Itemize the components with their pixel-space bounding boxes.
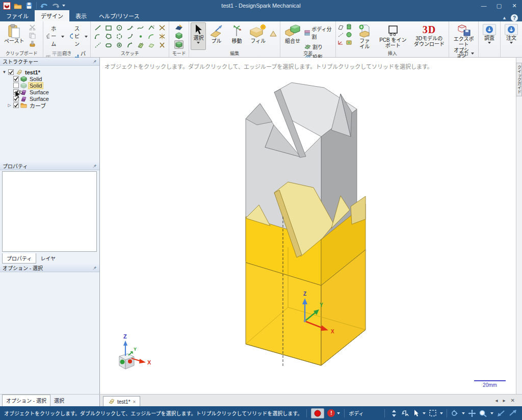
tab-design[interactable]: デザイン (35, 10, 69, 21)
quick-guide-tab[interactable]: クイックガイド (516, 63, 522, 96)
sketch-offset-arc-icon[interactable] (124, 41, 135, 49)
model-3d-view[interactable]: Z Y X Z X (100, 58, 516, 394)
tab-scroll-left-icon[interactable]: ◂ (495, 398, 498, 403)
tab-scroll-right-icon[interactable]: ▸ (503, 398, 506, 403)
document-tab[interactable]: test1* × (103, 396, 140, 407)
sketch-polygon-icon[interactable] (103, 32, 114, 41)
sketch-point-icon[interactable] (135, 32, 146, 41)
sketch-spline-icon[interactable] (135, 23, 146, 32)
download-3d-model-button[interactable]: 3D 3Dモデルのダウンロード (411, 22, 448, 48)
insert-line-icon[interactable] (337, 32, 344, 38)
collapse-ribbon-icon[interactable]: ▲ (502, 15, 507, 20)
sketch-polyline-icon[interactable] (146, 23, 156, 32)
insert-plane-icon[interactable] (337, 24, 344, 30)
tree-checkbox[interactable] (8, 69, 14, 75)
pin-icon[interactable]: 📌︎ (92, 59, 97, 64)
tree-collapse-icon[interactable]: ▼ (2, 70, 7, 74)
box-select-icon[interactable] (429, 410, 436, 416)
sketch-line-icon[interactable] (92, 23, 103, 32)
spin-stepper-icon[interactable] (392, 409, 397, 417)
save-icon[interactable] (25, 2, 33, 10)
zoom-in-arrow-icon[interactable] (509, 410, 517, 416)
tree-item-curves[interactable]: ▷ カーブ (2, 102, 99, 109)
pin-icon[interactable]: 📌︎ (92, 164, 97, 169)
paste-button[interactable]: ペースト (2, 22, 27, 45)
sketch-trim-icon[interactable] (156, 23, 167, 32)
error-indicator-icon[interactable]: ! (327, 409, 335, 417)
tree-item-root[interactable]: ▼ test1* (2, 69, 99, 75)
combine-button[interactable]: 組合せ (282, 22, 303, 45)
sketch-plane-icon[interactable] (135, 41, 146, 49)
cut-icon[interactable] (29, 24, 36, 31)
home-view-button[interactable]: ホーム (45, 24, 65, 48)
insert-sphere-icon[interactable] (346, 32, 352, 38)
tree-expand-icon[interactable]: ▷ (7, 103, 12, 108)
tab-properties[interactable]: プロパティ (2, 253, 36, 264)
solid-mode-button[interactable] (174, 40, 184, 49)
tab-close-all-icon[interactable]: ✕ (511, 398, 515, 403)
tree-checkbox[interactable] (13, 83, 19, 88)
zoom-view-icon[interactable] (479, 410, 487, 417)
sketch-sweep-arc-icon[interactable] (124, 32, 135, 41)
sketch-move-plane-icon[interactable] (146, 41, 156, 49)
app-logo-icon[interactable] (3, 2, 11, 10)
sketch-circle-icon[interactable] (114, 23, 124, 32)
order-button[interactable]: 注文 (502, 22, 520, 51)
copy-icon[interactable] (29, 33, 36, 39)
viewport[interactable]: オブジェクトをクリックします。ダブルクリックして、エッジループを選択します。トリ… (100, 58, 522, 394)
redo-icon[interactable] (51, 2, 59, 10)
document-close-icon[interactable]: × (133, 399, 136, 405)
sketch-rectangle-icon[interactable] (103, 23, 114, 32)
sketch-trim-away-icon[interactable] (156, 32, 167, 41)
tree-item-solid2[interactable]: Solid (2, 82, 99, 89)
sketch-slot-icon[interactable] (103, 41, 114, 49)
sketch-tangent-arc-icon[interactable] (124, 23, 135, 32)
select-tool-icon[interactable] (413, 409, 419, 417)
help-icon[interactable]: ? (511, 14, 518, 21)
spin-dropdown-icon[interactable] (462, 412, 465, 414)
record-button[interactable] (311, 408, 324, 418)
bottom-tab-options[interactable]: オプション - 選択 (2, 395, 50, 406)
tree-checkbox[interactable] (13, 76, 19, 82)
tree-checkbox[interactable] (13, 102, 19, 108)
select-dropdown-icon[interactable] (423, 412, 426, 414)
insert-axis-icon[interactable] (337, 40, 344, 45)
import-pcb-button[interactable]: PCB をインポート (375, 22, 411, 50)
blend-icon[interactable] (269, 30, 277, 38)
sketch-fillet-icon[interactable] (146, 32, 156, 41)
tab-help[interactable]: ヘルプ/リソース (93, 10, 146, 21)
view-triad[interactable]: Z X Y (119, 333, 151, 369)
insert-shell-icon[interactable] (346, 39, 352, 45)
tab-view[interactable]: 表示 (69, 10, 93, 21)
sketch-trim-corner-icon[interactable] (156, 41, 167, 49)
minimize-button[interactable]: — (476, 0, 491, 11)
maximize-button[interactable]: ▢ (491, 0, 507, 11)
measure-button[interactable]: 調査 (480, 22, 499, 51)
sketch-arc-3pt-icon[interactable] (92, 32, 103, 41)
move-button[interactable]: 移動 (226, 22, 247, 45)
spin-button[interactable]: スピン (68, 24, 89, 48)
close-button[interactable]: ✕ (507, 0, 522, 11)
sketch-keyed-circle-icon[interactable] (114, 41, 124, 49)
select-button[interactable]: 選択 (191, 22, 206, 50)
insert-cylinder-icon[interactable] (346, 24, 352, 30)
split-body-button[interactable]: ボディ分割 (303, 24, 334, 41)
sketch-construction-circle-icon[interactable] (114, 32, 124, 41)
undo-icon[interactable] (40, 2, 48, 10)
error-dropdown-icon[interactable] (337, 412, 340, 414)
tree-item-solid1[interactable]: Solid (2, 75, 99, 82)
open-file-icon[interactable] (14, 2, 22, 10)
qat-dropdown-icon[interactable] (62, 5, 65, 7)
pan-view-icon[interactable] (468, 410, 476, 417)
sketch-mode-icon[interactable] (175, 24, 183, 31)
section-mode-icon[interactable] (175, 32, 183, 39)
format-painter-icon[interactable] (29, 41, 36, 47)
spin-view-icon[interactable] (451, 410, 458, 417)
tab-file[interactable]: ファイル (0, 10, 35, 21)
tab-layers[interactable]: レイヤ (36, 253, 60, 264)
pull-button[interactable]: プル (206, 22, 226, 45)
box-select-dropdown-icon[interactable] (440, 412, 443, 414)
zoom-dropdown-icon[interactable] (490, 412, 493, 414)
bottom-tab-select[interactable]: 選択 (50, 395, 68, 406)
insert-file-button[interactable]: ファイル (354, 22, 375, 51)
